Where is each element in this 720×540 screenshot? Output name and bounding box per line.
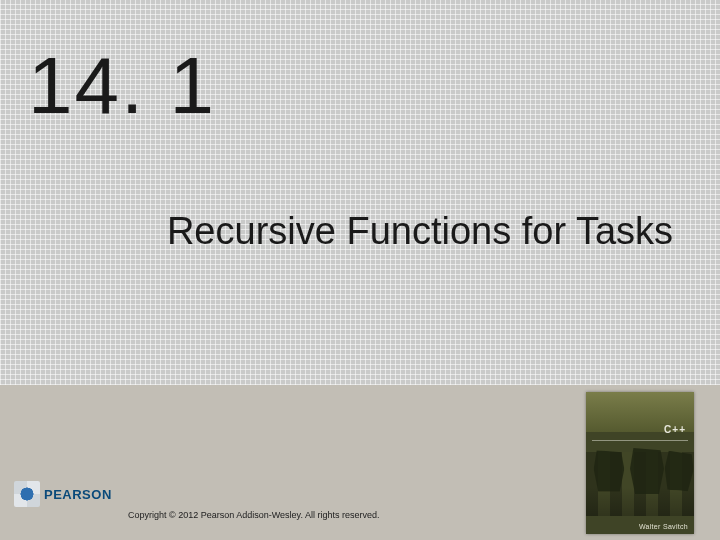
book-divider xyxy=(592,440,688,441)
book-language-label: C++ xyxy=(664,424,686,435)
copyright-text: Copyright © 2012 Pearson Addison-Wesley.… xyxy=(128,510,379,520)
slide: 14. 1 Recursive Functions for Tasks PEAR… xyxy=(0,0,720,540)
section-number: 14. 1 xyxy=(28,40,216,132)
chair-icon xyxy=(663,450,694,491)
publisher-name: PEARSON xyxy=(44,487,112,502)
footer-band: PEARSON Copyright © 2012 Pearson Addison… xyxy=(0,385,720,540)
book-cover-art xyxy=(586,452,694,516)
publisher-logo: PEARSON xyxy=(14,478,114,510)
book-cover: C++ Walter Savitch xyxy=(586,392,694,534)
pearson-mark-icon xyxy=(14,481,40,507)
chair-icon xyxy=(594,450,625,491)
section-title: Recursive Functions for Tasks xyxy=(0,210,720,253)
chair-icon xyxy=(630,448,664,494)
book-author: Walter Savitch xyxy=(639,523,688,530)
